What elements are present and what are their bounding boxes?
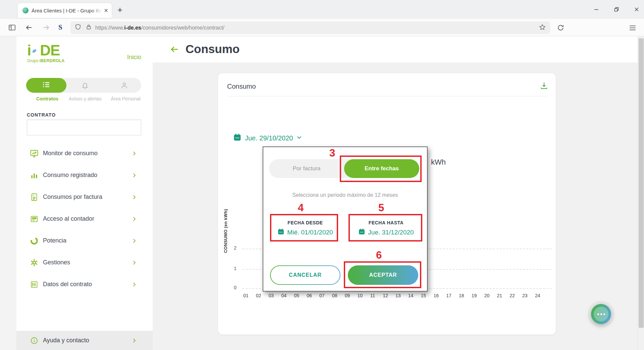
bell-icon xyxy=(81,82,89,89)
x-tick-label: 22 xyxy=(508,293,517,298)
tab-contratos[interactable] xyxy=(26,78,66,93)
date-range-dialog: Por factura Entre fechas Selecciona un p… xyxy=(263,146,428,292)
tab-label-contratos[interactable]: Contratos xyxy=(31,96,64,101)
x-tick-label: 10 xyxy=(356,293,364,298)
por-factura-button[interactable]: Por factura xyxy=(269,159,344,178)
accept-button[interactable]: ACEPTAR xyxy=(348,265,418,285)
browser-tab-bar: Área Clientes | I-DE - Grupo Iber ✕ + xyxy=(0,0,644,19)
page-title: Consumo xyxy=(185,42,239,56)
x-tick-label: 12 xyxy=(381,293,390,298)
selected-date: Jue. 29/10/2020 xyxy=(245,134,293,142)
fecha-desde-field[interactable]: FECHA DESDE Mié. 01/01/2020 xyxy=(272,215,338,242)
url-bar[interactable]: https://www.i-de.es/consumidores/web/hom… xyxy=(70,21,550,34)
menu-item-gestiones[interactable]: Gestiones xyxy=(16,252,153,273)
sidebar-tab-bar xyxy=(26,78,141,93)
menu-item-monitor-de-consumo[interactable]: Monitor de consumo xyxy=(16,142,153,164)
download-icon[interactable] xyxy=(540,81,548,91)
x-tick-label: 20 xyxy=(482,293,491,298)
chat-dots-icon xyxy=(594,307,608,321)
chevron-right-icon xyxy=(131,172,137,178)
x-tick-label: 05 xyxy=(292,293,301,298)
annotation-number-5: 5 xyxy=(378,202,384,214)
tab-area-personal[interactable] xyxy=(114,78,134,93)
x-tick-label: 16 xyxy=(432,293,440,298)
window-close-button[interactable] xyxy=(634,7,639,12)
screen: Área Clientes | I-DE - Grupo Iber ✕ + S … xyxy=(0,0,644,350)
entre-fechas-button[interactable]: Entre fechas xyxy=(344,159,419,178)
y-tick-label: 0 xyxy=(229,285,236,290)
tab-title: Área Clientes | I-DE - Grupo Iber xyxy=(32,8,102,13)
bookmark-star-icon[interactable] xyxy=(539,24,546,32)
forward-button-icon[interactable] xyxy=(42,24,50,32)
contract-data-icon xyxy=(30,280,39,289)
x-tick-label: 01 xyxy=(241,293,250,298)
chevron-right-icon xyxy=(131,281,137,288)
x-tick-label: 23 xyxy=(521,293,529,298)
x-tick-label: 11 xyxy=(368,293,377,298)
y-tick-label: 1 xyxy=(229,266,236,271)
x-tick-label: 18 xyxy=(457,293,466,298)
hamburger-menu-icon[interactable] xyxy=(629,24,637,33)
window-minimize-button[interactable] xyxy=(594,7,599,12)
x-tick-label: 08 xyxy=(330,293,339,298)
menu-item-potencia[interactable]: Potencia xyxy=(16,230,153,252)
sidebar-toggle-icon[interactable] xyxy=(8,24,16,32)
inicio-link[interactable]: Inicio xyxy=(127,54,141,61)
menu-item-consumo-registrado[interactable]: Consumo registrado xyxy=(16,164,153,186)
bar-chart-icon xyxy=(30,171,39,180)
tab-close-icon[interactable]: ✕ xyxy=(104,7,108,14)
invoice-icon xyxy=(30,192,39,202)
url-text: https://www.i-de.es/consumidores/web/hom… xyxy=(95,25,224,31)
calendar-icon xyxy=(233,133,241,143)
date-range-selector[interactable]: Jue. 29/10/2020 xyxy=(233,133,302,143)
annotation-number-6: 6 xyxy=(376,249,382,261)
calendar-icon xyxy=(358,228,365,237)
leaf-icon xyxy=(32,48,39,55)
help-contact-item[interactable]: Ayuda y contacto xyxy=(16,331,153,350)
scrollbar-thumb[interactable] xyxy=(639,38,644,328)
back-button-icon[interactable] xyxy=(25,24,33,32)
mode-toggle: Por factura Entre fechas xyxy=(269,159,419,178)
chart-unit-label: kWh xyxy=(431,158,446,167)
annotation-number-3: 3 xyxy=(329,147,335,159)
sidebar: i DE Grupo IBERDROLA Inicio Contratos Av… xyxy=(16,36,153,350)
y-axis-label: CONSUMO (en kWh) xyxy=(223,198,228,265)
gear-icon xyxy=(30,258,39,267)
x-tick-label: 07 xyxy=(318,293,326,298)
fecha-hasta-value: Jue. 31/12/2020 xyxy=(368,229,414,236)
fecha-hasta-field[interactable]: FECHA HASTA Jue. 31/12/2020 xyxy=(351,215,422,242)
shield-icon[interactable] xyxy=(74,24,82,32)
page-scrollbar[interactable] xyxy=(638,36,644,350)
x-tick-label: 17 xyxy=(444,293,453,298)
chat-fab-button[interactable] xyxy=(591,304,611,324)
chevron-right-icon xyxy=(131,260,137,266)
menu-item-datos-del-contrato[interactable]: Datos del contrato xyxy=(16,273,153,295)
ide-logo[interactable]: i DE Grupo IBERDROLA xyxy=(27,44,65,63)
menu-item-consumos-por-factura[interactable]: Consumos por factura xyxy=(16,186,153,208)
tab-avisos[interactable] xyxy=(75,78,95,93)
extension-badge[interactable]: S xyxy=(58,23,62,32)
x-tick-label: 15 xyxy=(419,293,428,298)
reload-icon[interactable] xyxy=(557,24,565,33)
cancel-button[interactable]: CANCELAR xyxy=(270,265,340,285)
chevron-down-icon xyxy=(296,134,302,142)
chevron-right-icon xyxy=(131,150,137,157)
lock-icon[interactable] xyxy=(86,24,92,32)
x-tick-label: 14 xyxy=(407,293,415,298)
annotation-number-4: 4 xyxy=(298,202,304,214)
divider xyxy=(227,96,547,96)
browser-tab[interactable]: Área Clientes | I-DE - Grupo Iber ✕ xyxy=(18,3,112,18)
chevron-right-icon xyxy=(131,238,137,244)
new-tab-button[interactable]: + xyxy=(117,5,122,14)
tab-label-area-personal[interactable]: Área Personal xyxy=(105,96,147,101)
x-axis: 0102030405060708091011121314151617181920… xyxy=(241,293,542,298)
contract-input[interactable] xyxy=(27,120,141,135)
gauge-icon xyxy=(30,236,39,246)
monitor-icon xyxy=(30,149,39,158)
tab-label-avisos[interactable]: Avisos y alertas xyxy=(63,96,107,101)
menu-item-acceso-al-contador[interactable]: Acceso al contador xyxy=(16,208,153,230)
window-restore-button[interactable] xyxy=(614,7,619,12)
chevron-right-icon xyxy=(131,338,137,344)
back-arrow-icon[interactable] xyxy=(169,44,179,56)
logo-i: i xyxy=(27,44,31,57)
